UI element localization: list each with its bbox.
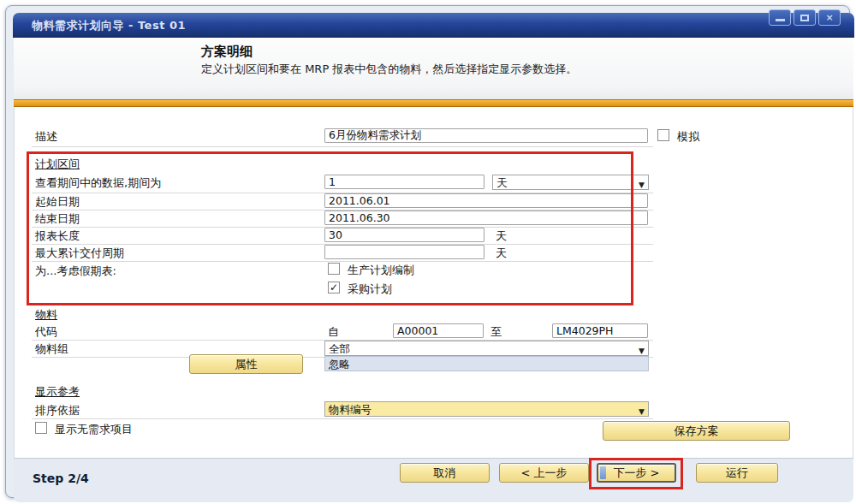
report-length-label: 报表长度 — [35, 228, 80, 244]
code-label: 代码 — [35, 324, 57, 340]
code-to-label: 至 — [490, 324, 502, 340]
holidays-label: 为...考虑假期表: — [35, 264, 116, 279]
chevron-down-icon: ▼ — [639, 178, 645, 193]
row-divider — [32, 146, 653, 147]
wizard-header: 方案明细 定义计划区间和要在 MRP 报表中包含的物料，然后选择指定显示参数选择… — [14, 38, 853, 99]
back-button[interactable]: < 上一步 — [499, 463, 589, 483]
properties-value-field: 忽略 — [324, 356, 649, 371]
focus-indicator — [600, 466, 606, 479]
window-title: 物料需求计划向导 - Test 01 — [32, 18, 186, 33]
start-date-label: 起始日期 — [35, 194, 80, 210]
properties-button[interactable]: 属性 — [189, 354, 303, 374]
period-unit-value: 天 — [496, 176, 508, 189]
purchase-planning-label: 采购计划 — [348, 282, 392, 297]
section-planning-horizon: 计划区间 — [35, 157, 80, 172]
code-from-label: 自 — [328, 324, 339, 340]
section-items: 物料 — [35, 307, 57, 323]
page-title: 方案明细 — [201, 44, 253, 60]
period-unit-dropdown[interactable]: 天 ▼ — [492, 175, 649, 190]
simulation-checkbox[interactable] — [657, 129, 669, 141]
page-subtitle: 定义计划区间和要在 MRP 报表中包含的物料，然后选择指定显示参数选择。 — [201, 62, 577, 77]
sort-by-value: 物料编号 — [329, 403, 372, 416]
production-planning-checkbox[interactable] — [328, 263, 340, 275]
maximize-button[interactable] — [794, 9, 816, 26]
report-length-unit: 天 — [496, 228, 507, 244]
maximize-icon — [800, 15, 809, 21]
wizard-window: 物料需求计划向导 - Test 01 × 方案明细 定义计划区间和要在 MRP … — [5, 5, 850, 498]
period-label: 查看期间中的数据,期间为 — [35, 175, 161, 191]
run-button[interactable]: 运行 — [696, 463, 778, 483]
close-button[interactable]: × — [818, 9, 841, 26]
item-group-label: 物料组 — [35, 341, 68, 357]
description-label: 描述 — [35, 129, 57, 145]
purchase-planning-checkbox[interactable]: ✓ — [328, 282, 340, 294]
next-button[interactable]: 下一步 > — [597, 463, 676, 483]
titlebar: 物料需求计划向导 - Test 01 — [13, 13, 854, 38]
start-date-input[interactable] — [324, 193, 648, 208]
minimize-button[interactable] — [769, 9, 791, 26]
section-display-preferences: 显示参考 — [35, 384, 80, 400]
cancel-button[interactable]: 取消 — [400, 463, 490, 483]
report-length-input[interactable] — [324, 228, 484, 242]
simulation-label: 模拟 — [677, 129, 699, 145]
step-indicator: Step 2/4 — [33, 471, 89, 485]
end-date-label: 结束日期 — [35, 211, 80, 227]
show-no-demand-checkbox[interactable] — [35, 422, 47, 434]
item-group-dropdown[interactable]: 全部 ▼ — [324, 341, 649, 356]
row-divider — [32, 261, 653, 262]
description-input[interactable] — [324, 128, 648, 143]
chevron-down-icon: ▼ — [639, 405, 645, 419]
save-scenario-button[interactable]: 保存方案 — [603, 421, 790, 441]
close-icon: × — [825, 12, 833, 23]
period-input[interactable] — [324, 175, 484, 189]
minimize-icon — [776, 19, 785, 21]
row-divider — [32, 418, 653, 419]
sort-by-label: 排序依据 — [35, 403, 80, 418]
show-no-demand-label: 显示无需求项目 — [55, 422, 133, 437]
code-to-input[interactable] — [552, 323, 648, 338]
production-planning-label: 生产计划编制 — [348, 263, 414, 278]
sort-by-dropdown[interactable]: 物料编号 ▼ — [324, 401, 649, 417]
accent-divider — [14, 99, 853, 107]
max-lead-time-unit: 天 — [496, 246, 507, 261]
item-group-value: 全部 — [329, 342, 350, 355]
end-date-input[interactable] — [324, 210, 648, 225]
max-lead-time-input[interactable] — [324, 245, 484, 259]
next-button-label: 下一步 > — [613, 466, 659, 479]
max-lead-time-label: 最大累计交付周期 — [35, 246, 124, 261]
code-from-input[interactable] — [393, 323, 484, 338]
